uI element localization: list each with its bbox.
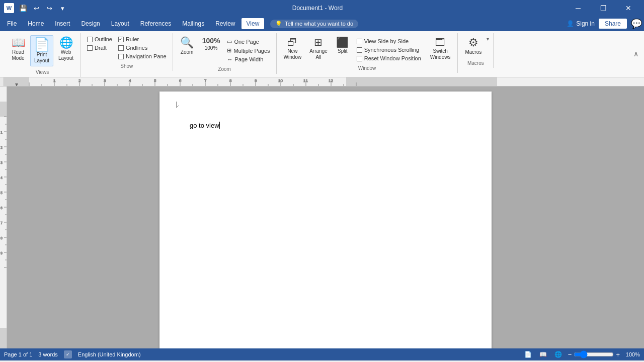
menu-references[interactable]: References (135, 18, 176, 29)
show-left: Outline Draft (85, 35, 114, 52)
svg-rect-44 (0, 102, 7, 117)
ribbon-group-macros: ⚙ Macros ▾ Macros (458, 33, 494, 68)
proofing-icon[interactable]: ✓ (64, 350, 72, 358)
page-width-button[interactable]: ↔ Page Width (225, 55, 272, 63)
menu-layout[interactable]: Layout (106, 18, 134, 29)
document-page[interactable]: go to view (159, 92, 492, 348)
svg-rect-2 (346, 77, 497, 86)
ribbon-collapse-button[interactable]: ∧ (632, 31, 640, 76)
reset-position-label: Reset Window Position (364, 55, 421, 61)
ruler-label: Ruler (126, 36, 139, 42)
web-view-button[interactable]: 🌐 (553, 350, 564, 359)
zoom-content: 🔍 Zoom 100% 100% ▭ One Page ⊞ Multiple P… (177, 33, 272, 65)
svg-text:1: 1 (53, 78, 56, 83)
view-side-by-side-checkbox[interactable] (357, 39, 362, 44)
view-side-by-side-row[interactable]: View Side by Side (355, 37, 423, 45)
ribbon-group-show: Outline Draft ✓ Ruler Gridlines (81, 33, 173, 71)
menu-design[interactable]: Design (76, 18, 105, 29)
redo-icon[interactable]: ↪ (43, 2, 55, 14)
macros-button[interactable]: ⚙ Macros (462, 35, 485, 57)
svg-text:4: 4 (129, 78, 131, 83)
draft-checkbox[interactable] (87, 45, 93, 51)
svg-text:6: 6 (1, 206, 3, 210)
menu-review[interactable]: Review (210, 18, 240, 29)
page-status: Page 1 of 1 (4, 351, 32, 357)
outline-label: Outline (95, 36, 112, 42)
quick-access-dropdown-icon[interactable]: ▾ (56, 2, 68, 14)
nav-pane-checkbox[interactable] (118, 54, 124, 59)
macros-dropdown-arrow[interactable]: ▾ (487, 36, 489, 42)
zoom-level-label[interactable]: 100% (624, 351, 640, 357)
sync-scrolling-checkbox[interactable] (357, 47, 362, 53)
views-group-label: Views (8, 68, 76, 77)
nav-pane-checkbox-row[interactable]: Navigation Pane (116, 52, 169, 60)
outline-checkbox[interactable] (87, 37, 93, 42)
gridlines-checkbox-row[interactable]: Gridlines (116, 44, 169, 52)
svg-text:4: 4 (1, 176, 3, 179)
zoom-control: − + (568, 350, 620, 358)
close-button[interactable]: ✕ (617, 0, 640, 16)
read-mode-view-button[interactable]: 📖 (538, 350, 549, 359)
reset-position-checkbox[interactable] (357, 56, 362, 61)
restore-button[interactable]: ❐ (592, 0, 615, 16)
print-layout-label: PrintLayout (34, 52, 49, 64)
zoom-100-button[interactable]: 100% 100% (199, 35, 223, 53)
words-status: 3 words (38, 351, 58, 357)
title-bar-right: ─ ❐ ✕ (567, 0, 640, 16)
text-cursor (219, 122, 220, 129)
ruler-checkbox[interactable]: ✓ (118, 37, 124, 42)
multiple-pages-button[interactable]: ⊞ Multiple Pages (225, 46, 272, 55)
draft-checkbox-row[interactable]: Draft (85, 44, 114, 52)
sign-in-area: 👤 Sign in Share 💬 (567, 18, 642, 29)
comment-icon[interactable]: 💬 (631, 18, 642, 29)
menu-insert[interactable]: Insert (50, 18, 75, 29)
print-layout-button[interactable]: 📄 PrintLayout (30, 35, 53, 66)
zoom-plus-button[interactable]: + (616, 351, 620, 358)
menu-view[interactable]: View (242, 18, 265, 29)
page-width-label: Page Width (234, 56, 263, 62)
switch-windows-button[interactable]: 🗔 SwitchWindows (427, 35, 454, 62)
document-content[interactable]: go to view (190, 122, 461, 129)
switch-windows-label: SwitchWindows (430, 48, 451, 60)
menu-mailings[interactable]: Mailings (177, 18, 209, 29)
split-button[interactable]: ⬛ Split (333, 35, 353, 56)
one-page-button[interactable]: ▭ One Page (225, 37, 272, 46)
svg-rect-43 (0, 102, 7, 348)
document-area[interactable]: go to view (7, 86, 644, 348)
menu-home[interactable]: Home (23, 18, 49, 29)
one-page-label: One Page (234, 39, 259, 45)
title-bar-left: W 💾 ↩ ↪ ▾ (4, 2, 68, 14)
read-mode-button[interactable]: 📖 ReadMode (8, 35, 28, 63)
web-layout-button[interactable]: 🌐 WebLayout (55, 35, 76, 63)
sign-in-button[interactable]: 👤 Sign in (567, 20, 595, 27)
sync-scrolling-row[interactable]: Synchronous Scrolling (355, 46, 423, 54)
menu-file[interactable]: File (2, 18, 22, 29)
new-window-button[interactable]: 🗗 NewWindow (281, 35, 305, 62)
svg-text:10: 10 (278, 78, 283, 83)
tell-me-search[interactable]: 💡 Tell me what you want to do (270, 20, 358, 28)
title-bar: W 💾 ↩ ↪ ▾ Document1 - Word ─ ❐ ✕ (0, 0, 644, 16)
one-page-icon: ▭ (227, 38, 232, 45)
sign-in-label: Sign in (576, 20, 595, 27)
zoom-minus-button[interactable]: − (568, 351, 572, 358)
share-button[interactable]: Share (599, 19, 627, 29)
arrange-all-icon: ⊞ (314, 37, 323, 47)
ruler-checkbox-row[interactable]: ✓ Ruler (116, 35, 169, 43)
gridlines-checkbox[interactable] (118, 45, 124, 51)
undo-icon[interactable]: ↩ (30, 2, 42, 14)
arrange-all-button[interactable]: ⊞ ArrangeAll (306, 35, 331, 62)
minimize-button[interactable]: ─ (567, 0, 590, 16)
web-layout-label: WebLayout (58, 49, 73, 61)
language-status: English (United Kingdom) (78, 351, 141, 357)
print-layout-view-button[interactable]: 📄 (523, 350, 534, 359)
multiple-pages-icon: ⊞ (227, 47, 231, 54)
outline-checkbox-row[interactable]: Outline (85, 35, 114, 43)
nav-pane-label: Navigation Pane (126, 53, 167, 59)
zoom-button[interactable]: 🔍 Zoom (177, 35, 197, 57)
save-icon[interactable]: 💾 (17, 2, 29, 14)
reset-position-row[interactable]: Reset Window Position (355, 54, 423, 62)
zoom-slider[interactable] (574, 350, 614, 358)
main-area: 1 2 3 4 5 6 7 8 9 (0, 86, 644, 348)
show-right: ✓ Ruler Gridlines Navigation Pane (116, 35, 169, 60)
new-window-icon: 🗗 (287, 37, 297, 47)
